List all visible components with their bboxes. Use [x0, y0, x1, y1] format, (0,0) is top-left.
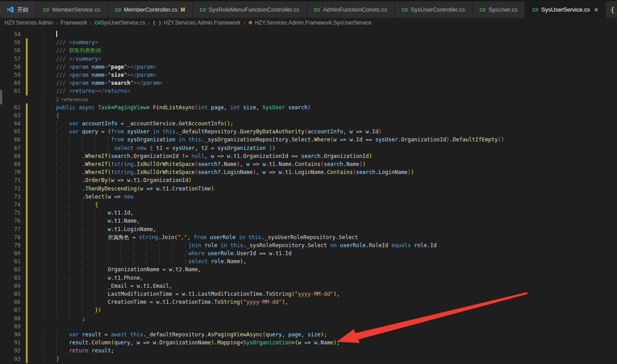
tab-1[interactable]: C#MemberService.cs [36, 1, 108, 18]
code-line-86[interactable]: 86 CreationTime = w.t1.CreationTime.ToSt… [0, 298, 617, 306]
line-number[interactable]: 62 [0, 103, 21, 112]
line-number[interactable]: 67 [0, 144, 21, 152]
code-line-67[interactable]: 67 select new { t1 = sysUser, t2 = sysOr… [0, 144, 617, 152]
line-number[interactable]: 86 [0, 298, 21, 306]
tab-8[interactable]: { [606, 1, 617, 18]
tab-7[interactable]: C#SysUserService.cs✕ [525, 1, 606, 18]
line-number[interactable]: 72 [0, 185, 21, 193]
line-number[interactable]: 80 [0, 249, 21, 257]
tab-label: SysUserController.cs [411, 6, 465, 13]
line-number[interactable]: 78 [0, 233, 21, 241]
line-number[interactable]: 57 [0, 55, 21, 63]
line-number[interactable]: 81 [0, 257, 21, 265]
line-number[interactable]: 92 [0, 347, 21, 355]
close-tab-icon[interactable]: ✕ [594, 7, 598, 13]
code-line-73[interactable]: 73 .Select(w => new [0, 193, 617, 201]
line-number[interactable] [0, 95, 21, 103]
code-line-79[interactable]: 79 join role in this._sysRoleRepository.… [0, 241, 617, 249]
code-line-58[interactable]: 58 /// <param name="page"></param> [0, 63, 617, 71]
line-number[interactable]: 87 [0, 306, 21, 314]
line-number[interactable]: 75 [0, 209, 21, 217]
code-line-78[interactable]: 78 所属角色 = string.Join(",", from userRole… [0, 233, 617, 241]
line-number[interactable]: 69 [0, 160, 21, 168]
line-number[interactable]: 89 [0, 323, 21, 331]
code-editor[interactable]: 54 55 /// <summary>56 /// 获取列表数据57 /// <… [0, 28, 617, 361]
code-line-91[interactable]: 91 result.Column(query, w => w.Organizat… [0, 339, 617, 347]
code-line-57[interactable]: 57 /// </summary> [0, 55, 617, 63]
line-number[interactable]: 91 [0, 339, 21, 347]
line-number[interactable]: 79 [0, 241, 21, 249]
codelens-row[interactable]: 2 references [0, 95, 617, 103]
line-number[interactable]: 90 [0, 331, 21, 339]
line-number[interactable]: 58 [0, 63, 21, 71]
line-number[interactable]: 54 [0, 30, 21, 38]
line-number[interactable]: 93 [0, 355, 21, 363]
line-number[interactable]: 61 [0, 87, 21, 95]
line-number[interactable]: 60 [0, 79, 21, 87]
code-line-76[interactable]: 76 w.t1.Name, [0, 217, 617, 225]
breadcrumb-item-2[interactable]: C#SysUserService.cs [95, 20, 145, 26]
code-line-64[interactable]: 64 var accountInfo = _accountService.Get… [0, 120, 617, 128]
tab-0[interactable]: 开始 [0, 1, 36, 18]
code-line-56[interactable]: 56 /// 获取列表数据 [0, 46, 617, 54]
code-line-88[interactable]: 88 ; [0, 314, 617, 323]
code-line-66[interactable]: 66 from sysOrganization in this._sysOrga… [0, 136, 617, 144]
breadcrumb-item-4[interactable]: ❖HZY.Services.Admin.Framework.SysUserSer… [248, 20, 372, 26]
code-line-82[interactable]: 82 OrganizationName = w.t2.Name, [0, 265, 617, 273]
line-number[interactable]: 65 [0, 128, 21, 136]
code-line-63[interactable]: 63 { [0, 112, 617, 120]
line-number[interactable]: 70 [0, 168, 21, 176]
code-line-54[interactable]: 54 [0, 30, 617, 38]
line-number[interactable]: 66 [0, 136, 21, 144]
code-line-65[interactable]: 65 var query = (from sysUser in this._de… [0, 128, 617, 136]
code-line-75[interactable]: 75 w.t1.Id, [0, 209, 617, 217]
line-number[interactable]: 56 [0, 46, 21, 54]
breadcrumb-item-1[interactable]: Framework [61, 20, 87, 26]
code-line-83[interactable]: 83 w.t1.Phone, [0, 274, 617, 282]
line-number[interactable]: 73 [0, 193, 21, 201]
tab-4[interactable]: C#AdminFunctionConsts.cs [307, 1, 395, 18]
line-number[interactable]: 74 [0, 201, 21, 209]
line-number[interactable]: 82 [0, 265, 21, 273]
line-number[interactable]: 84 [0, 282, 21, 290]
code-line-69[interactable]: 69 .WhereIf(!string.IsNullOrWhiteSpace(s… [0, 160, 617, 168]
tab-2[interactable]: C#MemberController.csM [108, 1, 193, 18]
tab-5[interactable]: C#SysUserController.cs [395, 1, 472, 18]
code-line-87[interactable]: 87 }) [0, 306, 617, 314]
code-line-81[interactable]: 81 select role.Name), [0, 257, 617, 265]
code-line-59[interactable]: 59 /// <param name="size"></param> [0, 71, 617, 79]
codelens-references[interactable]: 2 references [56, 97, 88, 102]
line-number[interactable]: 83 [0, 274, 21, 282]
line-number[interactable]: 76 [0, 217, 21, 225]
code-line-60[interactable]: 60 /// <param name="search"></param> [0, 79, 617, 87]
line-number[interactable]: 55 [0, 38, 21, 46]
code-line-84[interactable]: 84 _Email = w.t1.Email, [0, 282, 617, 290]
code-line-71[interactable]: 71 .OrderBy(w => w.t1.OrganizationId) [0, 176, 617, 184]
code-line-68[interactable]: 68 .WhereIf(search.OrganizationId != nul… [0, 152, 617, 160]
code-line-74[interactable]: 74 { [0, 201, 617, 209]
code-line-93[interactable]: 93 } [0, 355, 617, 363]
line-number[interactable]: 63 [0, 112, 21, 120]
code-line-92[interactable]: 92 return result; [0, 347, 617, 355]
breadcrumb-item-3[interactable]: { }HZY.Services.Admin.Framework [153, 20, 240, 26]
tab-6[interactable]: C#SysUser.cs [472, 1, 525, 18]
line-number[interactable]: 64 [0, 120, 21, 128]
code-line-72[interactable]: 72 .ThenByDescending(w => w.t1.CreationT… [0, 185, 617, 193]
line-number[interactable]: 59 [0, 71, 21, 79]
code-line-77[interactable]: 77 w.t1.LoginName, [0, 225, 617, 233]
line-number[interactable]: 77 [0, 225, 21, 233]
code-line-61[interactable]: 61 /// <returns></returns> [0, 87, 617, 95]
code-line-62[interactable]: 62 public async Task<PagingView> FindLis… [0, 103, 617, 112]
line-number[interactable]: 88 [0, 314, 21, 323]
line-number[interactable]: 68 [0, 152, 21, 160]
code-line-55[interactable]: 55 /// <summary> [0, 38, 617, 46]
code-line-70[interactable]: 70 .WhereIf(!string.IsNullOrWhiteSpace(s… [0, 168, 617, 176]
code-line-85[interactable]: 85 LastModificationTime = w.t1.LastModif… [0, 290, 617, 298]
code-line-89[interactable]: 89 [0, 323, 617, 331]
code-line-90[interactable]: 90 var result = await this._defaultRepos… [0, 331, 617, 339]
tab-3[interactable]: C#SysRoleMenuFunctionController.cs [193, 1, 307, 18]
line-number[interactable]: 85 [0, 290, 21, 298]
line-number[interactable]: 71 [0, 176, 21, 184]
code-line-80[interactable]: 80 where userRole.UserId == w.t1.Id [0, 249, 617, 257]
breadcrumb-item-0[interactable]: HZY.Services.Admin [4, 20, 53, 26]
